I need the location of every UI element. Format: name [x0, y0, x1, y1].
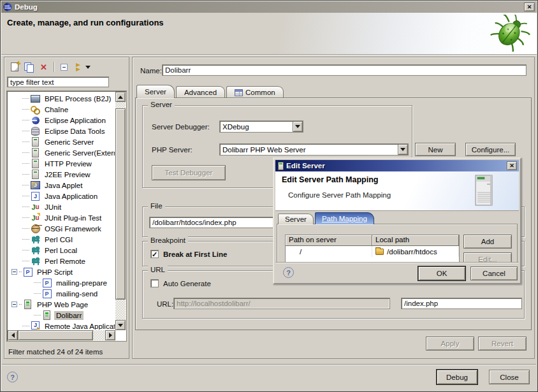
- tree-item-label: HTTP Preview: [43, 159, 94, 168]
- server-group-legend: Server: [148, 101, 175, 108]
- tab-advanced[interactable]: Advanced: [176, 86, 225, 98]
- tree-item[interactable]: PHP Script: [8, 266, 115, 277]
- window-close-button[interactable]: ✕: [524, 3, 535, 11]
- add-mapping-button[interactable]: Add: [463, 235, 512, 249]
- apply-button[interactable]: Apply: [426, 337, 474, 351]
- tab-common[interactable]: Common: [226, 86, 284, 98]
- tree-item[interactable]: PHP Web Page: [8, 299, 115, 310]
- base-url-input[interactable]: [173, 298, 390, 309]
- tab-path-mapping[interactable]: Path Mapping: [315, 212, 374, 224]
- edit-server-close-button[interactable]: ✕: [507, 161, 517, 170]
- tree-item[interactable]: mailing-send: [8, 288, 115, 299]
- sidebar-toolbar: ✕: [7, 60, 93, 74]
- tree-item[interactable]: JUnit Plug-in Test: [8, 212, 115, 223]
- filter-menu-button[interactable]: [71, 61, 93, 73]
- close-icon: ✕: [509, 163, 514, 169]
- tree-item[interactable]: BPEL Process (B2J): [8, 93, 115, 104]
- tree-item[interactable]: Java Application: [8, 191, 115, 201]
- horizontal-scroll-thumb[interactable]: [18, 330, 93, 340]
- revert-button[interactable]: Revert: [478, 337, 527, 351]
- duplicate-icon: [24, 62, 34, 72]
- debug-button[interactable]: Debug: [437, 370, 477, 384]
- tree-item[interactable]: mailing-prepare: [8, 277, 115, 288]
- perl-icon: [31, 245, 40, 255]
- tree-item-label: JUnit: [43, 203, 63, 212]
- php-server-select[interactable]: Dolibarr PHP Web Server: [219, 143, 409, 156]
- java-icon: [31, 191, 40, 201]
- name-input[interactable]: [162, 64, 527, 76]
- test-debugger-button[interactable]: Test Debugger: [152, 165, 226, 180]
- cancel-button[interactable]: Cancel: [470, 266, 518, 280]
- column-path-on-server[interactable]: Path on server: [286, 235, 372, 246]
- filter-icon: [75, 62, 84, 72]
- tree-item-label: PHP Web Page: [35, 300, 90, 309]
- scroll-up-button[interactable]: [115, 92, 126, 102]
- close-button[interactable]: Close: [489, 370, 530, 384]
- chevron-down-icon: [400, 148, 405, 151]
- tab-edit-server[interactable]: Server: [278, 214, 314, 224]
- tree-item[interactable]: Perl Local: [8, 245, 115, 256]
- tree-item[interactable]: Eclipse Data Tools: [8, 126, 115, 136]
- tree-item[interactable]: Generic Server(External La: [8, 147, 115, 158]
- junit-plugin-icon: [31, 213, 40, 222]
- vertical-scroll-thumb[interactable]: [115, 108, 126, 300]
- tree-item[interactable]: Chaîne: [8, 104, 115, 115]
- close-icon: ✕: [527, 4, 532, 10]
- tree-item-label: Perl CGI: [43, 235, 75, 244]
- eclipse-logo-icon: [3, 3, 12, 11]
- configure-server-button[interactable]: Configure...: [465, 143, 516, 156]
- tree-item[interactable]: Generic Server: [8, 136, 115, 147]
- edit-server-footer: ? OK Cancel: [275, 262, 519, 282]
- tree-item[interactable]: Perl Remote: [8, 256, 115, 266]
- dialog-help-button[interactable]: ?: [283, 267, 294, 278]
- edit-server-titlebar[interactable]: Edit Server: [275, 160, 519, 171]
- tree-expander-minus[interactable]: [11, 301, 17, 307]
- duplicate-configuration-button[interactable]: [22, 61, 36, 73]
- server-debugger-select[interactable]: XDebug: [219, 120, 303, 133]
- tree-item[interactable]: Perl CGI: [8, 234, 115, 245]
- tree-item[interactable]: OSGi Framework: [8, 223, 115, 234]
- tree-item-label: Chaîne: [43, 105, 70, 114]
- filter-input[interactable]: [7, 76, 109, 87]
- junit-icon: [31, 202, 40, 212]
- scroll-left-button[interactable]: [8, 330, 18, 340]
- tree-connector: [22, 261, 29, 261]
- database-icon: [31, 126, 40, 136]
- arrow-right-icon: [109, 333, 112, 338]
- tree-item[interactable]: Java Applet: [8, 180, 115, 191]
- tree-item[interactable]: HTTP Preview: [8, 158, 115, 169]
- tree-item[interactable]: JUnit: [8, 201, 115, 212]
- scroll-down-button[interactable]: [115, 320, 126, 330]
- tree-horizontal-scrollbar[interactable]: [8, 330, 115, 340]
- mapping-row[interactable]: / /dolibarr/htdocs: [286, 246, 459, 257]
- file-group-legend: File: [148, 202, 165, 210]
- auto-generate-checkbox[interactable]: [150, 279, 159, 287]
- tree-item[interactable]: Remote Java Application: [8, 321, 115, 330]
- server-icon: [31, 137, 40, 147]
- tree-vertical-scrollbar[interactable]: [115, 92, 126, 330]
- tree-item[interactable]: J2EE Preview: [8, 169, 115, 180]
- tree-item-label: Perl Local: [43, 246, 79, 255]
- new-server-button[interactable]: New: [415, 143, 456, 156]
- local-path-cell: /dolibarr/htdocs: [387, 248, 437, 256]
- collapse-all-button[interactable]: [57, 61, 71, 73]
- collapse-all-icon: [61, 64, 68, 71]
- help-button[interactable]: ?: [7, 372, 18, 382]
- scroll-right-button[interactable]: [105, 330, 115, 340]
- tree-connector: [22, 142, 29, 142]
- tree-item[interactable]: Dolibarr: [8, 310, 115, 321]
- edit-server-title: Edit Server: [286, 162, 325, 170]
- delete-configuration-button[interactable]: ✕: [36, 61, 51, 73]
- column-local-path[interactable]: Local path: [372, 235, 459, 246]
- help-icon: ?: [10, 374, 15, 381]
- new-configuration-button[interactable]: [7, 61, 22, 73]
- tab-server[interactable]: Server: [136, 85, 175, 98]
- configurations-tree: BPEL Process (B2J) Chaîne Eclipse Ap: [6, 91, 127, 342]
- window-titlebar[interactable]: Debug ✕: [1, 1, 537, 13]
- tree-expander-minus[interactable]: [11, 269, 17, 275]
- url-path-input[interactable]: [401, 298, 522, 309]
- chain-icon: [31, 105, 40, 114]
- tree-item[interactable]: Eclipse Application: [8, 115, 115, 126]
- ok-button[interactable]: OK: [418, 266, 465, 280]
- break-first-line-checkbox[interactable]: ✓: [150, 250, 159, 258]
